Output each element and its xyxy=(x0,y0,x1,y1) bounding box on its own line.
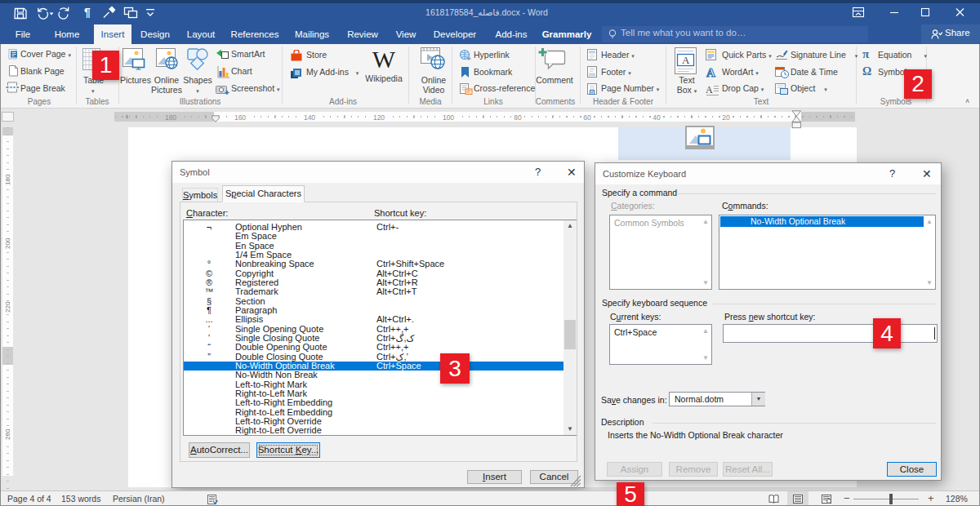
svg-text:A: A xyxy=(706,66,715,78)
svg-text:A: A xyxy=(706,84,713,95)
svg-text:A: A xyxy=(682,54,690,66)
svg-text:#: # xyxy=(591,90,594,95)
